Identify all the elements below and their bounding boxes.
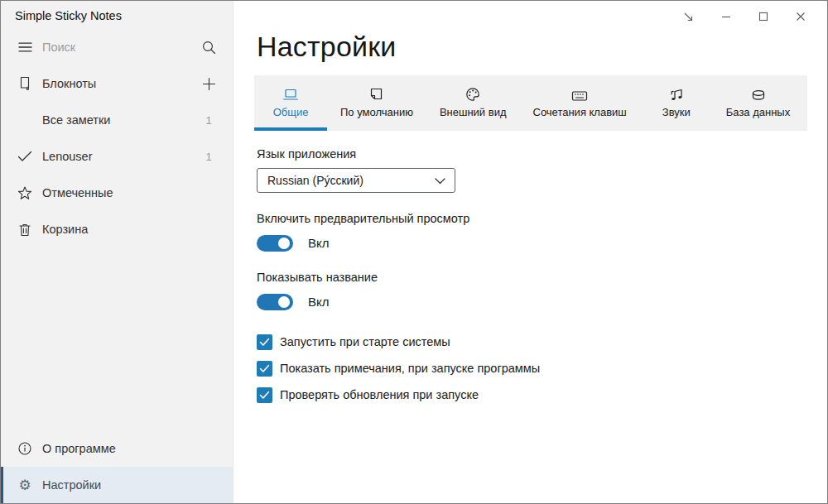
note-count-badge: 1 bbox=[205, 151, 211, 163]
note-count-badge: 1 bbox=[205, 114, 211, 127]
minimize-button[interactable] bbox=[707, 6, 744, 27]
keyboard-icon bbox=[571, 85, 588, 102]
language-label: Язык приложения bbox=[257, 147, 827, 161]
sidebar-item-about[interactable]: О программе bbox=[1, 430, 233, 467]
sidebar-item-label: Блокноты bbox=[42, 77, 196, 90]
search-input[interactable]: Поиск bbox=[42, 41, 196, 54]
tab-defaults[interactable]: По умолчанию bbox=[327, 75, 426, 131]
gear-icon: ⚙ bbox=[14, 478, 36, 492]
tab-appearance[interactable]: Внешний вид bbox=[426, 75, 520, 131]
app-title: Simple Sticky Notes bbox=[1, 1, 233, 29]
maximize-button[interactable] bbox=[744, 6, 782, 27]
toggle-knob bbox=[278, 296, 290, 308]
run-at-startup-checkbox[interactable] bbox=[257, 334, 272, 350]
language-select-value: Russian (Ру́сский) bbox=[267, 174, 363, 187]
sidebar-item-notebooks[interactable]: Блокноты bbox=[1, 65, 233, 102]
palette-icon bbox=[465, 85, 480, 102]
window-controls bbox=[670, 6, 819, 27]
preview-toggle-label: Включить предварительный просмотр bbox=[257, 212, 827, 225]
trash-icon bbox=[14, 223, 36, 237]
move-to-corner-button[interactable] bbox=[670, 6, 707, 27]
toggle-state-label: Вкл bbox=[308, 236, 330, 250]
tab-general[interactable]: Общие bbox=[254, 75, 327, 131]
checkbox-row-show-notes-on-launch: Показать примечания, при запуске програм… bbox=[257, 360, 827, 377]
general-settings-content: Язык приложения Russian (Ру́сский) Включ… bbox=[233, 147, 827, 403]
check-icon bbox=[14, 151, 36, 162]
sidebar-item-settings[interactable]: ⚙ Настройки bbox=[1, 467, 233, 503]
sidebar: Simple Sticky Notes Поиск Блокноты Все з… bbox=[1, 1, 233, 503]
show-title-toggle[interactable] bbox=[257, 294, 293, 310]
sidebar-item-label: Все заметки bbox=[42, 113, 196, 127]
sidebar-spacer bbox=[1, 247, 233, 430]
show-notes-on-launch-checkbox[interactable] bbox=[257, 361, 272, 377]
checkbox-row-check-updates: Проверять обновления при запуске bbox=[257, 386, 827, 403]
preview-toggle[interactable] bbox=[257, 235, 293, 252]
sidebar-item-lenouser[interactable]: Lenouser 1 bbox=[1, 138, 233, 175]
search-icon[interactable] bbox=[196, 41, 221, 55]
page-title: Настройки bbox=[257, 31, 827, 63]
tab-shortcuts[interactable]: Сочетания клавиш bbox=[520, 75, 640, 131]
database-icon bbox=[751, 85, 766, 102]
notebook-icon bbox=[14, 76, 36, 91]
note-icon bbox=[369, 85, 383, 102]
star-icon bbox=[14, 186, 36, 200]
settings-tabstrip: Общие По умолчанию Внешний вид Сочетания… bbox=[254, 75, 807, 131]
tab-sounds[interactable]: Звуки bbox=[640, 75, 713, 131]
tab-database[interactable]: База данных bbox=[713, 75, 803, 131]
chevron-down-icon bbox=[435, 173, 445, 188]
show-title-toggle-label: Показывать название bbox=[257, 271, 827, 284]
sidebar-item-label: Отмеченные bbox=[42, 186, 196, 199]
search-row[interactable]: Поиск bbox=[1, 29, 233, 65]
sidebar-item-label: Настройки bbox=[42, 478, 221, 492]
checkbox-label: Показать примечания, при запуске програм… bbox=[280, 362, 540, 375]
check-updates-checkbox[interactable] bbox=[257, 387, 272, 403]
add-notebook-button[interactable] bbox=[196, 77, 221, 91]
toggle-state-label: Вкл bbox=[308, 295, 330, 309]
settings-panel: Настройки Общие По умолчанию Внешний вид bbox=[233, 1, 827, 503]
sidebar-item-label: Корзина bbox=[42, 223, 196, 236]
app-window: Simple Sticky Notes Поиск Блокноты Все з… bbox=[0, 0, 828, 504]
close-button[interactable] bbox=[782, 6, 819, 27]
sidebar-item-all-notes[interactable]: Все заметки 1 bbox=[1, 102, 233, 138]
sidebar-item-trash[interactable]: Корзина bbox=[1, 211, 233, 247]
checkbox-row-run-at-startup: Запустить при старте системы bbox=[257, 334, 827, 350]
info-icon bbox=[14, 441, 36, 456]
language-select[interactable]: Russian (Ру́сский) bbox=[257, 168, 455, 193]
laptop-icon bbox=[282, 85, 299, 102]
sidebar-item-label: Lenouser bbox=[42, 150, 196, 163]
music-notes-icon bbox=[669, 85, 684, 102]
checkbox-label: Запустить при старте системы bbox=[280, 335, 450, 348]
sidebar-item-label: О программе bbox=[42, 442, 221, 455]
startup-options: Запустить при старте системы Показать пр… bbox=[257, 334, 827, 403]
hamburger-icon[interactable] bbox=[14, 41, 36, 53]
checkbox-label: Проверять обновления при запуске bbox=[280, 388, 479, 401]
toggle-knob bbox=[278, 238, 290, 249]
sidebar-item-starred[interactable]: Отмеченные bbox=[1, 175, 233, 211]
